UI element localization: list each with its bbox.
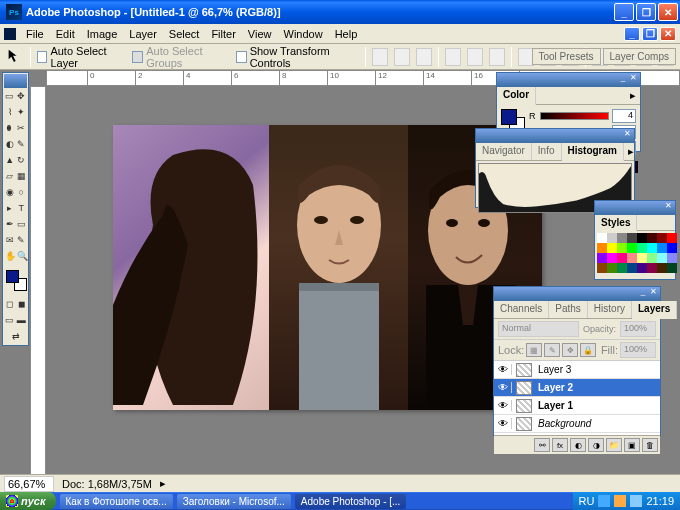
foreground-color[interactable] xyxy=(6,270,19,283)
swatch[interactable] xyxy=(607,253,617,263)
close-button[interactable]: ✕ xyxy=(658,3,678,21)
swatch[interactable] xyxy=(647,233,657,243)
layer-style-icon[interactable]: fx xyxy=(552,438,568,452)
lock-transparency-icon[interactable]: ▦ xyxy=(526,343,542,357)
layers-tab[interactable]: Layers xyxy=(632,301,677,319)
blend-mode-select[interactable]: Normal xyxy=(498,321,579,337)
layer-row[interactable]: 👁Layer 2 xyxy=(494,379,660,397)
auto-select-layer-checkbox[interactable]: Auto Select Layer xyxy=(37,45,127,69)
quickmask-mode-icon[interactable]: ◼ xyxy=(16,296,28,312)
move-tool-icon[interactable] xyxy=(6,47,24,67)
swatch[interactable] xyxy=(667,263,677,273)
swatch[interactable] xyxy=(627,233,637,243)
swatch[interactable] xyxy=(617,263,627,273)
layers-titlebar[interactable]: _ ✕ xyxy=(494,287,660,301)
eraser-tool[interactable]: ▱ xyxy=(4,168,16,184)
doc-restore-button[interactable]: ❐ xyxy=(642,27,658,41)
menu-layer[interactable]: Layer xyxy=(123,26,163,42)
layer-thumbnail[interactable] xyxy=(516,363,532,377)
pen-tool[interactable]: ✒ xyxy=(4,216,16,232)
swatch[interactable] xyxy=(637,253,647,263)
type-tool[interactable]: T xyxy=(16,200,28,216)
swatch[interactable] xyxy=(617,233,627,243)
slice-tool[interactable]: ✂ xyxy=(16,120,28,136)
path-tool[interactable]: ▸ xyxy=(4,200,16,216)
align-bottom-icon[interactable] xyxy=(416,48,432,66)
layer-thumbnail[interactable] xyxy=(516,381,532,395)
swatch[interactable] xyxy=(617,253,627,263)
align-left-icon[interactable] xyxy=(445,48,461,66)
layer-row[interactable]: 👁Background xyxy=(494,415,660,433)
channels-tab[interactable]: Channels xyxy=(494,301,549,318)
fill-input[interactable]: 100% xyxy=(620,342,656,358)
menu-select[interactable]: Select xyxy=(163,26,206,42)
visibility-icon[interactable]: 👁 xyxy=(494,418,512,429)
swatch[interactable] xyxy=(617,243,627,253)
swatch[interactable] xyxy=(597,263,607,273)
visibility-icon[interactable]: 👁 xyxy=(494,382,512,393)
hand-tool[interactable]: ✋ xyxy=(4,248,16,264)
swatch[interactable] xyxy=(657,263,667,273)
taskbar-item[interactable]: Заголовки - Microsof... xyxy=(177,494,291,509)
swatch[interactable] xyxy=(637,243,647,253)
color-panel-titlebar[interactable]: _ ✕ xyxy=(497,73,640,87)
menu-help[interactable]: Help xyxy=(329,26,364,42)
vertical-ruler[interactable] xyxy=(30,86,46,492)
swatch[interactable] xyxy=(637,263,647,273)
swatch[interactable] xyxy=(667,243,677,253)
standard-mode-icon[interactable]: ◻ xyxy=(4,296,16,312)
info-tab[interactable]: Info xyxy=(532,143,562,160)
volume-icon[interactable] xyxy=(630,495,642,507)
lock-position-icon[interactable]: ✥ xyxy=(562,343,578,357)
stamp-tool[interactable]: ▲ xyxy=(4,152,16,168)
language-indicator[interactable]: RU xyxy=(579,495,595,507)
panel-close-icon[interactable]: ✕ xyxy=(628,73,638,83)
color-swatches[interactable] xyxy=(4,268,27,296)
panel-menu-icon[interactable]: ▸ xyxy=(624,143,638,160)
paths-tab[interactable]: Paths xyxy=(549,301,588,318)
swatches-titlebar[interactable]: ✕ xyxy=(595,201,675,215)
opacity-input[interactable]: 100% xyxy=(620,321,656,337)
new-layer-icon[interactable]: ▣ xyxy=(624,438,640,452)
panel-close-icon[interactable]: ✕ xyxy=(622,129,632,139)
layer-row[interactable]: 👁Layer 3 xyxy=(494,361,660,379)
imageready-icon[interactable]: ⇄ xyxy=(4,328,27,344)
menu-filter[interactable]: Filter xyxy=(205,26,241,42)
swatch[interactable] xyxy=(607,263,617,273)
eyedropper-tool[interactable]: ✎ xyxy=(16,232,28,248)
tray-icon[interactable] xyxy=(598,495,610,507)
layer-thumbnail[interactable] xyxy=(516,399,532,413)
swatch[interactable] xyxy=(627,263,637,273)
blur-tool[interactable]: ◉ xyxy=(4,184,16,200)
swatch[interactable] xyxy=(607,233,617,243)
lasso-tool[interactable]: ⌇ xyxy=(4,104,16,120)
marquee-tool[interactable]: ▭ xyxy=(4,88,16,104)
menu-file[interactable]: File xyxy=(20,26,50,42)
menu-window[interactable]: Window xyxy=(278,26,329,42)
history-tab[interactable]: History xyxy=(588,301,632,318)
swatch[interactable] xyxy=(647,263,657,273)
swatch[interactable] xyxy=(597,233,607,243)
swatch[interactable] xyxy=(597,253,607,263)
zoom-tool[interactable]: 🔍 xyxy=(16,248,28,264)
histogram-titlebar[interactable]: ✕ xyxy=(476,129,634,143)
brush-tool[interactable]: ✎ xyxy=(16,136,28,152)
menu-image[interactable]: Image xyxy=(81,26,124,42)
taskbar-item[interactable]: Как в Фотошопе осв... xyxy=(60,494,173,509)
swatch[interactable] xyxy=(647,243,657,253)
panel-minimize-icon[interactable]: _ xyxy=(638,287,648,297)
align-top-icon[interactable] xyxy=(372,48,388,66)
lock-all-icon[interactable]: 🔒 xyxy=(580,343,596,357)
red-value[interactable]: 4 xyxy=(612,109,636,123)
heal-tool[interactable]: ◐ xyxy=(4,136,16,152)
doc-close-button[interactable]: ✕ xyxy=(660,27,676,41)
maximize-button[interactable]: ❐ xyxy=(636,3,656,21)
auto-select-groups-checkbox[interactable]: Auto Select Groups xyxy=(132,45,229,69)
panel-minimize-icon[interactable]: _ xyxy=(618,73,628,83)
link-layers-icon[interactable]: ⚯ xyxy=(534,438,550,452)
align-right-icon[interactable] xyxy=(489,48,505,66)
layer-comps-tab[interactable]: Layer Comps xyxy=(603,48,676,65)
layer-name[interactable]: Layer 3 xyxy=(536,364,660,375)
zoom-field[interactable]: 66,67% xyxy=(4,476,54,492)
panel-menu-icon[interactable]: ▸ xyxy=(626,87,640,104)
